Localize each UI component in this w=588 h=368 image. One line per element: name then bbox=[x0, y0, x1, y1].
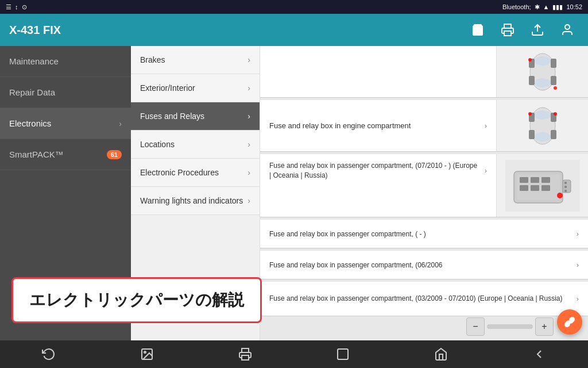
battery-icon: ▮▮▮ bbox=[552, 3, 563, 11]
svg-rect-37 bbox=[564, 190, 567, 192]
user-button[interactable] bbox=[556, 18, 579, 41]
status-icon-1: ☰ bbox=[6, 3, 11, 11]
header-toolbar: X-431 FIX bbox=[0, 14, 588, 46]
sidebar-item-electronics[interactable]: Electronics › bbox=[0, 108, 131, 139]
share-button[interactable] bbox=[526, 18, 549, 41]
chevron-right-icon: › bbox=[119, 119, 122, 128]
svg-rect-36 bbox=[564, 186, 567, 188]
content-text-row1[interactable] bbox=[260, 46, 496, 97]
svg-point-6 bbox=[535, 56, 551, 66]
bottom-navigation-bar bbox=[0, 340, 588, 368]
bottom-print-icon[interactable] bbox=[231, 340, 259, 368]
popup-text: エレクトリックパーツの解説 bbox=[29, 289, 244, 311]
svg-rect-21 bbox=[551, 130, 556, 139]
status-icon-2: ↕ bbox=[15, 3, 18, 10]
svg-rect-31 bbox=[531, 185, 539, 191]
svg-rect-27 bbox=[520, 177, 528, 183]
svg-rect-32 bbox=[541, 185, 550, 191]
status-icon-3: ⊙ bbox=[22, 3, 27, 11]
status-left-icons: ☰ ↕ ⊙ bbox=[6, 3, 27, 11]
svg-rect-1 bbox=[504, 31, 511, 36]
print-button[interactable] bbox=[496, 18, 519, 41]
svg-rect-9 bbox=[551, 59, 556, 68]
chevron-fuses-icon: › bbox=[247, 112, 250, 121]
svg-point-16 bbox=[535, 110, 551, 120]
bottom-back-icon[interactable] bbox=[525, 340, 553, 368]
bottom-refresh-icon[interactable] bbox=[35, 340, 63, 368]
bluetooth-icon: ✱ bbox=[535, 3, 540, 11]
zoom-controls: − + bbox=[466, 317, 554, 336]
sidebar-item-repair-data[interactable]: Repair Data bbox=[0, 77, 131, 108]
chevron-warning-icon: › bbox=[247, 196, 250, 205]
content-text-row5[interactable]: Fuse and relay box in passenger compartm… bbox=[260, 251, 588, 279]
content-text-row2[interactable]: Fuse and relay box in engine compartment… bbox=[260, 100, 496, 151]
sidebar-label-repair: Repair Data bbox=[9, 87, 55, 97]
content-row-5: Fuse and relay box in passenger compartm… bbox=[260, 251, 588, 279]
menu-item-exterior[interactable]: Exterior/Interior › bbox=[131, 74, 260, 102]
menu-label-exterior: Exterior/Interior bbox=[140, 83, 195, 93]
menu-label-procedures: Electronic Procedures bbox=[140, 168, 219, 177]
content-text-row4[interactable]: Fuse and relay box in passenger compartm… bbox=[260, 220, 588, 248]
menu-item-electronic-procedures[interactable]: Electronic Procedures › bbox=[131, 159, 260, 187]
zoom-in-button[interactable]: + bbox=[535, 317, 554, 336]
time-display: 10:52 bbox=[566, 3, 582, 10]
status-bar: ☰ ↕ ⊙ Bluetooth; ✱ ▲ ▮▮▮ 10:52 bbox=[0, 0, 588, 14]
svg-point-3 bbox=[565, 25, 570, 29]
menu-label-warning: Warning lights and indicators bbox=[140, 196, 243, 205]
bottom-square-icon[interactable] bbox=[329, 340, 357, 368]
chevron-brakes-icon: › bbox=[247, 55, 250, 64]
row3-text: Fuse and relay box in passenger compartm… bbox=[269, 161, 480, 181]
svg-point-23 bbox=[554, 112, 557, 116]
popup-box[interactable]: エレクトリックパーツの解説 bbox=[11, 277, 262, 323]
svg-rect-41 bbox=[338, 349, 348, 359]
row2-chevron-icon: › bbox=[485, 121, 487, 130]
bluetooth-icon: Bluetooth; bbox=[502, 3, 531, 10]
content-row-3: Fuse and relay box in passenger compartm… bbox=[260, 154, 588, 217]
fab-button[interactable] bbox=[557, 309, 582, 335]
svg-rect-40 bbox=[242, 355, 249, 360]
zoom-slider[interactable] bbox=[487, 324, 533, 329]
menu-item-warning-lights[interactable]: Warning lights and indicators › bbox=[131, 187, 260, 215]
row5-chevron-icon: › bbox=[577, 260, 579, 269]
svg-point-7 bbox=[535, 78, 551, 87]
menu-label-brakes: Brakes bbox=[140, 55, 165, 64]
sidebar-label-maintenance: Maintenance bbox=[9, 56, 59, 66]
bottom-image-icon[interactable] bbox=[133, 340, 161, 368]
wifi-icon: ▲ bbox=[543, 3, 550, 10]
svg-point-22 bbox=[528, 112, 532, 116]
svg-rect-11 bbox=[551, 76, 556, 85]
row2-text: Fuse and relay box in engine compartment bbox=[269, 121, 411, 130]
content-text-row6[interactable]: Fuse and relay box in passenger compartm… bbox=[260, 282, 588, 316]
row6-chevron-icon: › bbox=[577, 294, 579, 303]
zoom-out-button[interactable]: − bbox=[466, 317, 485, 336]
content-text-row3[interactable]: Fuse and relay box in passenger compartm… bbox=[260, 154, 496, 217]
menu-label-locations: Locations bbox=[140, 140, 175, 149]
content-row-1 bbox=[260, 46, 588, 98]
content-row-6: Fuse and relay box in passenger compartm… bbox=[260, 282, 588, 316]
content-img-row1 bbox=[496, 46, 588, 97]
bottom-home-icon[interactable] bbox=[427, 340, 455, 368]
content-row-4: Fuse and relay box in passenger compartm… bbox=[260, 220, 588, 248]
cart-button[interactable] bbox=[466, 18, 489, 41]
menu-item-locations[interactable]: Locations › bbox=[131, 131, 260, 159]
content-img-row2 bbox=[496, 100, 588, 151]
svg-point-12 bbox=[528, 58, 532, 62]
menu-item-fuses[interactable]: Fuses and Relays › bbox=[131, 102, 260, 131]
content-area: Fuse and relay box in engine compartment… bbox=[260, 46, 588, 340]
app-title: X-431 FIX bbox=[9, 24, 459, 37]
svg-point-17 bbox=[535, 132, 551, 141]
content-wrapper: Fuse and relay box in engine compartment… bbox=[260, 46, 588, 340]
chevron-exterior-icon: › bbox=[247, 83, 250, 93]
row3-chevron-icon: › bbox=[485, 166, 487, 175]
chevron-locations-icon: › bbox=[247, 140, 250, 149]
content-row-2: Fuse and relay box in engine compartment… bbox=[260, 100, 588, 152]
status-right-area: Bluetooth; ✱ ▲ ▮▮▮ 10:52 bbox=[502, 3, 582, 11]
content-img-row3 bbox=[496, 154, 588, 217]
svg-rect-29 bbox=[541, 177, 550, 183]
sidebar-item-smartpack[interactable]: SmartPACK™ 61 bbox=[0, 139, 131, 170]
sidebar-item-maintenance[interactable]: Maintenance bbox=[0, 46, 131, 77]
smartpack-badge: 61 bbox=[107, 150, 122, 159]
svg-rect-35 bbox=[564, 182, 567, 184]
menu-item-brakes[interactable]: Brakes › bbox=[131, 46, 260, 74]
svg-rect-28 bbox=[531, 177, 539, 183]
